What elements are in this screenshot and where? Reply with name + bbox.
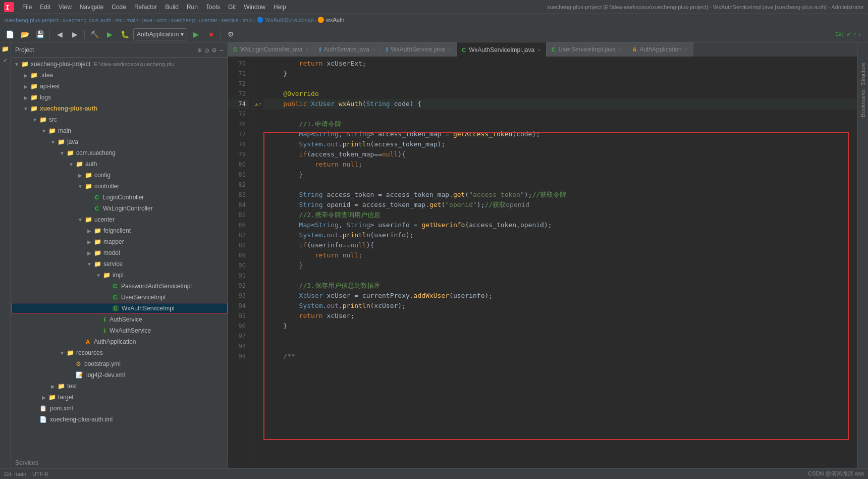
bookmarks-label[interactable]: Bookmarks bbox=[860, 89, 866, 117]
project-icon[interactable]: 📁 bbox=[1, 44, 10, 54]
tab-wxauth-service[interactable]: I WxAuthService.java × bbox=[381, 42, 457, 57]
debug-button[interactable]: 🐛 bbox=[118, 28, 131, 40]
tree-user-service-impl[interactable]: ▶ C UserServiceImpl bbox=[11, 292, 228, 303]
tree-password-auth[interactable]: ▶ C PasswordAuthServiceImpl bbox=[11, 281, 228, 292]
tree-idea[interactable]: ▶ 📁 .idea bbox=[11, 70, 228, 81]
breadcrumb-service[interactable]: service bbox=[221, 17, 239, 23]
breadcrumb-ucenter[interactable]: ucenter bbox=[199, 17, 218, 23]
tree-wxauth-service-impl[interactable]: ▶ C WxAuthServiceImpl bbox=[11, 303, 228, 314]
tree-src[interactable]: ▼ 📁 src bbox=[11, 114, 228, 125]
menu-tools[interactable]: Tools bbox=[202, 3, 224, 12]
status-encoding[interactable]: UTF-8 bbox=[32, 471, 48, 477]
tree-config[interactable]: ▶ 📁 config bbox=[11, 170, 228, 181]
breadcrumb-java[interactable]: java bbox=[142, 17, 152, 23]
tab-wxauth-service-impl[interactable]: C WxAuthServiceImpl.java × bbox=[457, 42, 546, 57]
tree-resources[interactable]: ▼ 📁 resources bbox=[11, 347, 228, 358]
run-config-dropdown[interactable]: AuthApplication ▾ bbox=[133, 28, 187, 40]
menu-run[interactable]: Run bbox=[183, 3, 202, 12]
tree-api-test[interactable]: ▶ 📁 api-test bbox=[11, 81, 228, 92]
new-file-button[interactable]: 📄 bbox=[3, 28, 16, 40]
menu-navigate[interactable]: Navigate bbox=[76, 3, 107, 12]
tree-auth-service[interactable]: ▶ I AuthService bbox=[11, 314, 228, 325]
close-icon[interactable]: × bbox=[372, 46, 375, 52]
close-icon[interactable]: × bbox=[448, 46, 451, 52]
tab-auth-application[interactable]: A AuthApplication × bbox=[627, 42, 693, 57]
run-config-run-button[interactable]: ▶ bbox=[189, 28, 202, 40]
build-button[interactable]: 🔨 bbox=[88, 28, 101, 40]
open-button[interactable]: 📂 bbox=[18, 28, 31, 40]
breadcrumb-project[interactable]: xuecheng-plus-project bbox=[4, 17, 59, 23]
breadcrumb-module[interactable]: xuecheng-plus-auth bbox=[63, 17, 112, 23]
tree-service[interactable]: ▼ 📁 service bbox=[11, 258, 228, 270]
settings-button[interactable]: ⚙ bbox=[224, 28, 237, 40]
tree-auth-module[interactable]: ▼ 📁 xuecheng-plus-auth bbox=[11, 103, 228, 114]
back-button[interactable]: ◀ bbox=[53, 28, 66, 40]
menu-window[interactable]: Window bbox=[240, 3, 269, 12]
structure-label[interactable]: Structure bbox=[860, 63, 866, 85]
commit-icon[interactable]: ✔ bbox=[1, 56, 10, 65]
breadcrumb-xuecheng[interactable]: xuecheng bbox=[171, 17, 195, 23]
tree-mapper[interactable]: ▶ 📁 mapper bbox=[11, 236, 228, 247]
tree-target[interactable]: ▶ 📁 target bbox=[11, 392, 228, 403]
code-line-75 bbox=[263, 109, 857, 119]
close-icon[interactable]: × bbox=[305, 46, 308, 52]
tree-iml[interactable]: ▶ 📄 xuecheng-plus-auth.iml bbox=[11, 414, 228, 425]
menu-help[interactable]: Help bbox=[269, 3, 290, 12]
tree-feignclient[interactable]: ▶ 📁 feignclient bbox=[11, 225, 228, 236]
tree-test[interactable]: ▶ 📁 test bbox=[11, 381, 228, 392]
tree-auth[interactable]: ▼ 📁 auth bbox=[11, 158, 228, 170]
tree-pom[interactable]: ▶ 📋 pom.xml bbox=[11, 403, 228, 414]
code-line-70: return xcUserExt; bbox=[263, 59, 857, 69]
tree-wxlogin-controller[interactable]: ▶ C WxLoginController bbox=[11, 203, 228, 214]
tree-java[interactable]: ▼ 📁 java bbox=[11, 136, 228, 147]
menu-build[interactable]: Build bbox=[161, 3, 183, 12]
breadcrumb-class[interactable]: 🔵 WxAuthServiceImpl bbox=[257, 17, 314, 23]
code-content[interactable]: return xcUserExt; } @Override p bbox=[263, 58, 857, 468]
menu-edit[interactable]: Edit bbox=[36, 3, 55, 12]
tree-model[interactable]: ▶ 📁 model bbox=[11, 247, 228, 258]
save-button[interactable]: 💾 bbox=[33, 28, 46, 40]
tree-main[interactable]: ▼ 📁 main bbox=[11, 125, 228, 136]
panel-add-icon[interactable]: ⊕ bbox=[197, 46, 201, 54]
tree-logs[interactable]: ▶ 📁 logs bbox=[11, 92, 228, 103]
tree-wxauth-service[interactable]: ▶ I WxAuthService bbox=[11, 325, 228, 336]
close-icon[interactable]: × bbox=[619, 46, 622, 52]
panel-locate-icon[interactable]: ◎ bbox=[205, 46, 209, 54]
tree-log4j2[interactable]: ▶ 📝 log4j2-dev.xml bbox=[11, 369, 228, 381]
panel-settings-icon[interactable]: ⚙ bbox=[212, 46, 216, 54]
breadcrumb-impl[interactable]: impl bbox=[243, 17, 253, 23]
side-panel-icons: 📁 ✔ bbox=[0, 42, 11, 468]
panel-minimize-icon[interactable]: — bbox=[220, 46, 224, 54]
tree-bootstrap-yml[interactable]: ▶ ⚙ bootstrap.yml bbox=[11, 358, 228, 369]
stop-button[interactable]: ■ bbox=[204, 28, 218, 40]
forward-button[interactable]: ▶ bbox=[68, 28, 81, 40]
gutter: ⚠ ↑ bbox=[253, 58, 263, 468]
menu-git[interactable]: Git bbox=[224, 3, 240, 12]
code-wrapper: 70 71 72 73 74 75 76 77 78 79 80 81 82 8… bbox=[228, 58, 857, 468]
breadcrumb-method[interactable]: 🟠 wxAuth bbox=[317, 17, 344, 23]
tab-wxlogin-controller[interactable]: C WxLoginController.java × bbox=[228, 42, 314, 57]
tree-login-controller[interactable]: ▶ C LoginController bbox=[11, 192, 228, 203]
close-icon[interactable]: × bbox=[537, 47, 540, 53]
breadcrumb-main[interactable]: main bbox=[127, 17, 139, 23]
tree-com-xuecheng[interactable]: ▼ 📁 com.xuecheng bbox=[11, 147, 228, 158]
tree-ucenter[interactable]: ▼ 📁 ucenter bbox=[11, 214, 228, 225]
close-icon[interactable]: × bbox=[685, 46, 688, 52]
tree-auth-application[interactable]: ▶ A AuthApplication bbox=[11, 336, 228, 347]
run-button[interactable]: ▶ bbox=[103, 28, 116, 40]
tree-controller[interactable]: ▼ 📁 controller bbox=[11, 181, 228, 192]
breadcrumb-com[interactable]: com bbox=[156, 17, 167, 23]
menu-code[interactable]: Code bbox=[107, 3, 130, 12]
tree-root[interactable]: ▼ 📁 xuecheng-plus-project E:\idea-worksp… bbox=[11, 59, 228, 70]
tab-auth-service[interactable]: I AuthService.java × bbox=[314, 42, 382, 57]
breadcrumb-src[interactable]: src bbox=[115, 17, 123, 23]
tab-user-service-impl[interactable]: C UserServiceImpl.java × bbox=[547, 42, 628, 57]
status-branch[interactable]: Git: main bbox=[4, 471, 26, 477]
menu-refactor[interactable]: Refactor bbox=[130, 3, 161, 12]
menu-file[interactable]: File bbox=[18, 3, 36, 12]
tree-impl[interactable]: ▼ 📁 impl bbox=[11, 270, 228, 281]
app-logo: I bbox=[4, 2, 14, 12]
menu-view[interactable]: View bbox=[55, 3, 76, 12]
tree-root-label: xuecheng-plus-project E:\idea-workspace\… bbox=[31, 61, 174, 68]
window-title: xuecheng-plus-project [E:\idea-workspace… bbox=[547, 4, 864, 10]
